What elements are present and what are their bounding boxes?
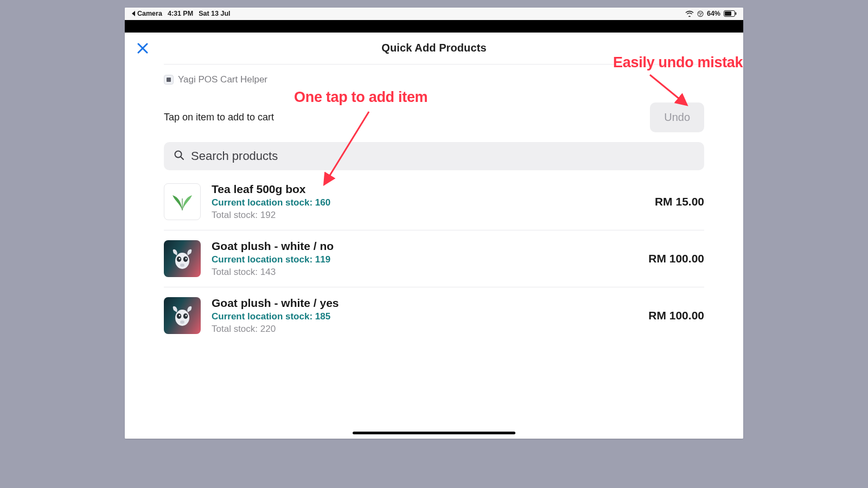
close-icon bbox=[137, 42, 149, 54]
product-list: Tea leaf 500g box Current location stock… bbox=[164, 174, 704, 344]
undo-button[interactable]: Undo bbox=[650, 102, 704, 132]
product-row[interactable]: Goat plush - white / no Current location… bbox=[164, 230, 704, 287]
app-background-strip bbox=[125, 20, 743, 33]
svg-line-5 bbox=[181, 157, 183, 159]
product-price: RM 100.00 bbox=[648, 309, 704, 322]
product-row[interactable]: Tea leaf 500g box Current location stock… bbox=[164, 174, 704, 230]
battery-icon bbox=[724, 10, 737, 17]
status-date: Sat 13 Jul bbox=[199, 10, 230, 17]
leaf-icon bbox=[169, 189, 195, 215]
back-app-label: Camera bbox=[137, 10, 162, 17]
product-thumb bbox=[164, 240, 201, 277]
app-tag-label: Yagi POS Cart Helper bbox=[178, 74, 267, 85]
back-chevron-icon bbox=[131, 11, 136, 16]
modal-title: Quick Add Products bbox=[381, 42, 486, 54]
app-tag: Yagi POS Cart Helper bbox=[164, 74, 704, 85]
app-tag-icon bbox=[164, 75, 174, 85]
product-loc-stock: Current location stock: 185 bbox=[212, 311, 637, 322]
svg-rect-1 bbox=[725, 11, 731, 16]
back-to-app[interactable]: Camera bbox=[131, 10, 162, 17]
svg-point-16 bbox=[179, 314, 181, 316]
svg-rect-3 bbox=[167, 78, 171, 82]
svg-point-10 bbox=[179, 258, 181, 259]
product-thumb bbox=[164, 183, 201, 220]
status-time: 4:31 PM bbox=[168, 10, 193, 17]
product-price: RM 100.00 bbox=[648, 252, 704, 265]
product-price: RM 15.00 bbox=[655, 195, 704, 208]
hint-text: Tap on item to add to cart bbox=[164, 112, 274, 123]
orientation-lock-icon: ㋡ bbox=[697, 9, 704, 18]
product-total-stock: Total stock: 143 bbox=[212, 267, 637, 278]
search-input[interactable] bbox=[191, 149, 694, 163]
product-loc-stock: Current location stock: 119 bbox=[212, 254, 637, 265]
product-name: Goat plush - white / no bbox=[212, 240, 637, 253]
product-thumb bbox=[164, 297, 201, 334]
product-row[interactable]: Goat plush - white / yes Current locatio… bbox=[164, 287, 704, 344]
product-name: Tea leaf 500g box bbox=[212, 183, 644, 196]
product-total-stock: Total stock: 220 bbox=[212, 324, 637, 335]
status-bar: Camera 4:31 PM Sat 13 Jul ㋡ 64% bbox=[125, 8, 743, 20]
search-icon bbox=[174, 150, 184, 163]
modal-content: Yagi POS Cart Helper Tap on item to add … bbox=[125, 64, 743, 439]
product-name: Goat plush - white / yes bbox=[212, 297, 637, 310]
svg-point-12 bbox=[180, 264, 184, 267]
goat-icon bbox=[164, 297, 201, 334]
ipad-screen: Camera 4:31 PM Sat 13 Jul ㋡ 64% Quick A bbox=[125, 8, 743, 439]
modal-header: Quick Add Products bbox=[125, 33, 743, 64]
svg-rect-2 bbox=[736, 12, 737, 15]
product-loc-stock: Current location stock: 160 bbox=[212, 197, 644, 208]
wifi-icon bbox=[685, 10, 694, 17]
close-button[interactable] bbox=[135, 40, 151, 56]
svg-point-11 bbox=[186, 258, 187, 259]
search-box[interactable] bbox=[164, 142, 704, 170]
home-indicator[interactable] bbox=[353, 432, 515, 434]
quick-add-modal: Quick Add Products Yagi POS Cart Helper … bbox=[125, 33, 743, 439]
goat-icon bbox=[164, 240, 201, 277]
battery-pct: 64% bbox=[707, 10, 720, 17]
svg-point-17 bbox=[186, 314, 187, 316]
svg-point-18 bbox=[180, 320, 184, 324]
product-total-stock: Total stock: 192 bbox=[212, 210, 644, 221]
